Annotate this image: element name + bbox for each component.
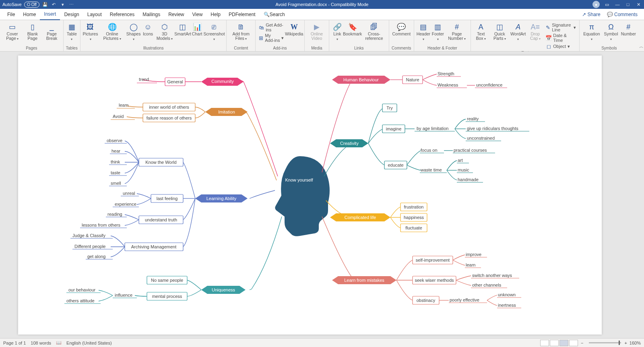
tab-home[interactable]: Home <box>19 9 40 20</box>
document-canvas[interactable]: Know yourself Community General trend Im… <box>0 52 644 338</box>
tab-file[interactable]: File <box>3 9 19 20</box>
tab-review[interactable]: Review <box>164 9 188 20</box>
object-icon: ◻ <box>546 43 551 49</box>
spellcheck-icon[interactable]: 📖 <box>56 340 62 345</box>
dropcap-button[interactable]: A≡Drop Cap <box>526 22 544 42</box>
tab-references[interactable]: References <box>106 9 138 20</box>
svg-text:other channels: other channels <box>472 283 502 287</box>
wordart-icon: A <box>514 23 522 31</box>
status-language[interactable]: English (United States) <box>66 341 112 345</box>
pictures-button[interactable]: 🖼Pictures <box>82 22 99 42</box>
zoom-out-button[interactable]: − <box>581 341 583 345</box>
svg-text:trend: trend <box>139 77 149 82</box>
redo-icon[interactable]: ▾ <box>60 1 66 8</box>
screenshot-button[interactable]: ⎚Screenshot <box>204 22 225 42</box>
pagenum-icon: # <box>452 23 461 31</box>
web-layout-button[interactable] <box>569 340 578 346</box>
online-picture-icon: 🌐 <box>108 23 117 31</box>
ribbon-display-icon[interactable]: ▭ <box>604 1 610 8</box>
quick-parts-button[interactable]: ◫Quick Parts <box>489 22 510 42</box>
cover-page-button[interactable]: ▭Cover Page <box>2 22 23 42</box>
store-icon: 🛍 <box>259 25 264 30</box>
svg-text:Community: Community <box>211 79 234 84</box>
save-icon[interactable]: 💾 <box>42 1 48 8</box>
online-video-button[interactable]: ▶Online Video <box>306 22 327 41</box>
svg-text:give up ridiculars thoughts: give up ridiculars thoughts <box>467 126 518 131</box>
svg-text:Complicated life: Complicated life <box>345 215 376 220</box>
wordart-button[interactable]: AWordArt <box>510 22 526 42</box>
svg-text:seek wiser methods: seek wiser methods <box>415 278 454 283</box>
wikipedia-button[interactable]: WWikipedia <box>285 22 302 37</box>
tab-insert[interactable]: Insert <box>40 9 60 20</box>
link-icon: 🔗 <box>333 23 342 31</box>
svg-text:observe: observe <box>107 138 122 143</box>
status-words[interactable]: 108 words <box>31 341 51 345</box>
tab-view[interactable]: View <box>188 9 207 20</box>
tab-help[interactable]: Help <box>206 9 225 20</box>
table-button[interactable]: ▦Table <box>65 22 78 42</box>
tab-mailings[interactable]: Mailings <box>138 9 164 20</box>
customize-qat-icon[interactable]: ⋯ <box>68 1 75 8</box>
svg-text:last feeling: last feeling <box>157 196 178 201</box>
cross-reference-button[interactable]: 🗐Cross-reference <box>361 22 387 41</box>
tab-design[interactable]: Design <box>60 9 83 20</box>
svg-text:Strength: Strength <box>438 71 454 76</box>
share-button[interactable]: ↗ Share <box>579 12 603 17</box>
chart-button[interactable]: 📊Chart <box>191 22 204 37</box>
text-box-button[interactable]: AText Box <box>473 22 489 42</box>
blank-page-button[interactable]: ▯Blank Page <box>23 22 42 41</box>
svg-text:educate: educate <box>388 163 403 167</box>
ribbon: ▭Cover Page ▯Blank Page ⎯Page Break Page… <box>0 20 644 52</box>
svg-text:get along: get along <box>87 254 105 259</box>
signature-line-button[interactable]: ✎Signature Line ▾ <box>546 23 576 32</box>
zoom-in-button[interactable]: + <box>624 341 627 345</box>
equation-button[interactable]: πEquation <box>581 22 602 42</box>
smartart-button[interactable]: ◫SmartArt <box>175 22 190 37</box>
svg-text:self-improvement: self-improvement <box>416 258 450 262</box>
search-button[interactable]: 🔍 Search <box>260 9 289 20</box>
svg-text:Learning Ability: Learning Ability <box>206 196 237 201</box>
minimize-icon[interactable]: — <box>614 1 621 8</box>
avatar[interactable]: ● <box>592 1 600 8</box>
add-from-files-button[interactable]: 🗎Add from Files <box>228 22 254 42</box>
tab-pdfelement[interactable]: PDFelement <box>225 9 260 20</box>
comment-icon: 💬 <box>397 23 406 31</box>
link-button[interactable]: 🔗Link <box>331 22 344 42</box>
comments-button[interactable]: 💬 Comments <box>604 12 641 17</box>
status-page[interactable]: Page 1 of 1 <box>3 341 26 345</box>
get-addins-button[interactable]: 🛍Get Add-ins <box>259 23 284 32</box>
page-break-button[interactable]: ⎯Page Break <box>42 22 62 41</box>
object-button[interactable]: ◻Object ▾ <box>546 43 576 49</box>
autosave-toggle[interactable]: Off <box>24 2 39 8</box>
svg-text:imagine: imagine <box>386 126 402 131</box>
online-pictures-button[interactable]: 🌐Online Pictures <box>99 22 126 42</box>
smartart-icon: ◫ <box>178 23 187 31</box>
number-button[interactable]: #Number <box>620 22 637 37</box>
zoom-level[interactable]: 160% <box>630 341 641 345</box>
page-number-button[interactable]: #Page Number <box>445 22 469 42</box>
close-icon[interactable]: ✕ <box>635 1 642 8</box>
zoom-slider[interactable] <box>589 342 621 343</box>
my-addins-button[interactable]: ⊞My Add-ins ▾ <box>259 33 284 43</box>
svg-text:hear: hear <box>111 149 120 153</box>
maximize-icon[interactable]: □ <box>625 1 631 8</box>
svg-text:obstinacy: obstinacy <box>417 298 436 303</box>
collapse-ribbon-icon[interactable]: ︿ <box>638 20 644 51</box>
cube-icon: ⬡ <box>160 23 169 31</box>
print-layout-button[interactable] <box>559 340 568 346</box>
read-mode-button[interactable] <box>550 340 559 346</box>
date-time-button[interactable]: 📅Date & Time <box>546 33 576 43</box>
footer-button[interactable]: ▥Footer <box>431 22 445 42</box>
comment-button[interactable]: 💬Comment <box>391 22 413 37</box>
symbol-button[interactable]: ΩSymbol <box>602 22 620 42</box>
svg-text:failure reason of others: failure reason of others <box>147 116 192 120</box>
3d-models-button[interactable]: ⬡3D Models <box>154 22 175 42</box>
statusbar: Page 1 of 1 108 words 📖 English (United … <box>0 338 644 347</box>
bookmark-button[interactable]: 🔖Bookmark <box>344 22 361 37</box>
focus-mode-button[interactable] <box>540 340 549 346</box>
shapes-button[interactable]: ◯Shapes <box>126 22 142 42</box>
icons-button[interactable]: ☺Icons <box>141 22 154 37</box>
header-button[interactable]: ▤Header <box>416 22 431 42</box>
undo-icon[interactable]: ↶ <box>51 1 57 8</box>
tab-layout[interactable]: Layout <box>83 9 106 20</box>
